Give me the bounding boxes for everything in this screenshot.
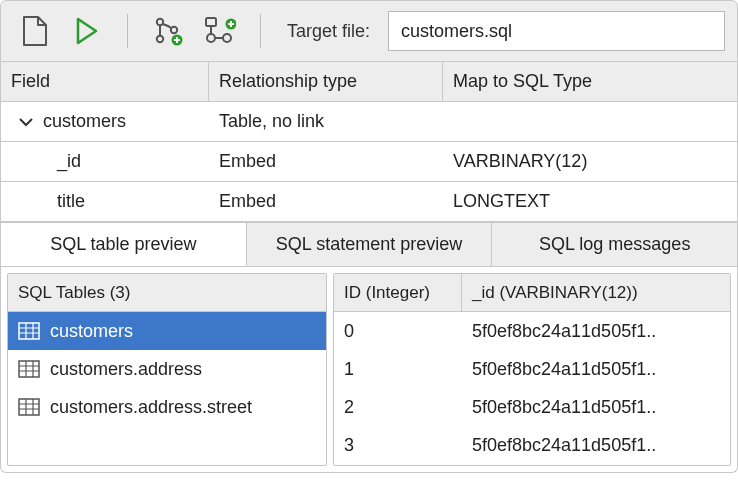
sql-tables-header-label: SQL Tables (3) — [8, 274, 140, 311]
data-cell-id: 2 — [344, 397, 354, 418]
data-row[interactable]: 1 5f0ef8bc24a11d505f1.. — [334, 350, 730, 388]
sql-tables-panel: SQL Tables (3) customers customers.addre… — [7, 273, 327, 466]
mapping-reltype-label: Embed — [219, 151, 276, 172]
mapping-row[interactable]: _id Embed VARBINARY(12) — [1, 142, 737, 182]
data-row[interactable]: 2 5f0ef8bc24a11d505f1.. — [334, 388, 730, 426]
mapping-add-icon — [204, 16, 236, 46]
data-col-id[interactable]: ID (Integer) — [334, 274, 462, 311]
toolbar-separator — [260, 14, 261, 48]
svg-rect-9 — [19, 361, 39, 377]
sql-table-name: customers.address — [50, 359, 202, 380]
svg-point-6 — [223, 34, 231, 42]
mapping-header-row: Field Relationship type Map to SQL Type — [1, 62, 737, 102]
data-col-bin[interactable]: _id (VARBINARY(12)) — [462, 274, 730, 311]
table-icon — [18, 322, 40, 340]
data-cell-bin: 5f0ef8bc24a11d505f1.. — [472, 359, 656, 380]
mapping-field-label: _id — [57, 151, 81, 172]
mapping-row[interactable]: title Embed LONGTEXT — [1, 182, 737, 222]
mapping-header-mapto[interactable]: Map to SQL Type — [443, 62, 737, 101]
tab-sql-table-preview[interactable]: SQL table preview — [1, 222, 247, 266]
mapping-mapto-label: VARBINARY(12) — [453, 151, 587, 172]
new-file-button[interactable] — [13, 9, 57, 53]
file-icon — [22, 16, 48, 46]
data-cell-bin: 5f0ef8bc24a11d505f1.. — [472, 321, 656, 342]
target-file-input[interactable] — [388, 11, 725, 51]
svg-rect-10 — [19, 399, 39, 415]
mapping-row[interactable]: customers Table, no link — [1, 102, 737, 142]
sql-table-item[interactable]: customers — [8, 312, 326, 350]
data-cell-bin: 5f0ef8bc24a11d505f1.. — [472, 397, 656, 418]
mapping-reltype-label: Embed — [219, 191, 276, 212]
play-icon — [75, 17, 99, 45]
tab-label: SQL log messages — [539, 234, 690, 255]
branch-add-icon — [153, 16, 183, 46]
add-mapping-button[interactable] — [198, 9, 242, 53]
svg-point-5 — [207, 34, 215, 42]
sql-table-name: customers — [50, 321, 133, 342]
mapping-header-reltype[interactable]: Relationship type — [209, 62, 443, 101]
toolbar: Target file: — [0, 0, 738, 62]
tab-label: SQL table preview — [50, 234, 196, 255]
mapping-reltype-label: Table, no link — [219, 111, 324, 132]
mapping-header-field[interactable]: Field — [1, 62, 209, 101]
table-icon — [18, 360, 40, 378]
chevron-down-icon[interactable] — [19, 117, 33, 127]
data-cell-id: 3 — [344, 435, 354, 456]
tab-sql-log-messages[interactable]: SQL log messages — [492, 222, 737, 266]
toolbar-separator — [127, 14, 128, 48]
data-cell-bin: 5f0ef8bc24a11d505f1.. — [472, 435, 656, 456]
svg-rect-4 — [206, 18, 216, 26]
data-cell-id: 0 — [344, 321, 354, 342]
svg-point-0 — [157, 19, 163, 25]
svg-rect-8 — [19, 323, 39, 339]
mapping-field-label: title — [57, 191, 85, 212]
tab-sql-statement-preview[interactable]: SQL statement preview — [247, 222, 493, 266]
target-file-label: Target file: — [287, 21, 370, 42]
sql-table-item[interactable]: customers.address.street — [8, 388, 326, 426]
mapping-table: Field Relationship type Map to SQL Type … — [0, 62, 738, 222]
data-cell-id: 1 — [344, 359, 354, 380]
mapping-field-label: customers — [43, 111, 126, 132]
table-icon — [18, 398, 40, 416]
data-preview-header: ID (Integer) _id (VARBINARY(12)) — [334, 274, 730, 312]
svg-point-2 — [171, 27, 177, 33]
sql-table-name: customers.address.street — [50, 397, 252, 418]
tabs-bar: SQL table preview SQL statement preview … — [0, 222, 738, 267]
data-row[interactable]: 3 5f0ef8bc24a11d505f1.. — [334, 426, 730, 464]
preview-area: SQL Tables (3) customers customers.addre… — [0, 267, 738, 473]
sql-tables-header: SQL Tables (3) — [8, 274, 326, 312]
mapping-mapto-label: LONGTEXT — [453, 191, 550, 212]
data-preview-panel: ID (Integer) _id (VARBINARY(12)) 0 5f0ef… — [333, 273, 731, 466]
run-button[interactable] — [65, 9, 109, 53]
tab-label: SQL statement preview — [276, 234, 462, 255]
add-relation-button[interactable] — [146, 9, 190, 53]
svg-point-1 — [157, 36, 163, 42]
data-row[interactable]: 0 5f0ef8bc24a11d505f1.. — [334, 312, 730, 350]
sql-table-item[interactable]: customers.address — [8, 350, 326, 388]
